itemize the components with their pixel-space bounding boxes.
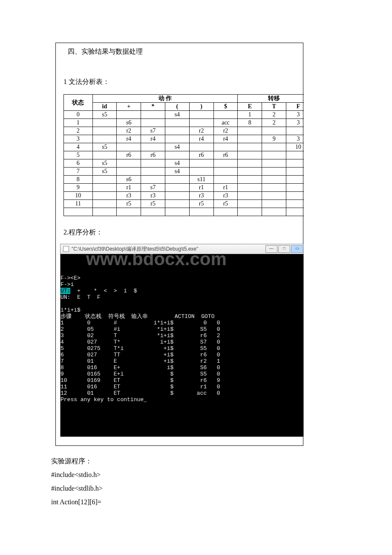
table-row: 8s6s11 (64, 176, 304, 184)
action-cell: r5 (189, 200, 213, 208)
goto-cell (238, 168, 262, 176)
action-cell (165, 135, 189, 143)
table-row: 9r1s7r1r1 (64, 184, 304, 192)
table-row: 4s5s410 (64, 143, 304, 151)
state-cell: 8 (64, 176, 93, 184)
analysis-table-wrapper: 状态 动 作 转移 id + * ( ) $ E T F 0s5s41231s6… (63, 94, 304, 216)
action-cell: r3 (189, 192, 213, 200)
source-line-2: #include<stdlib.h> (51, 482, 341, 495)
subtitle-program-analysis: 2.程序分析： (63, 228, 299, 237)
goto-cell: 2 (262, 111, 286, 119)
state-cell: 1 (64, 119, 93, 127)
goto-cell (238, 127, 262, 135)
action-cell: r4 (117, 135, 141, 143)
action-cell: r5 (117, 200, 141, 208)
goto-cell (262, 176, 286, 184)
action-cell (117, 143, 141, 151)
console-step-row: 8 016 E+ i$ S6 0 (61, 364, 302, 371)
action-cell: r1 (117, 184, 141, 192)
goto-cell: 3 (286, 135, 304, 143)
action-cell: r2 (213, 127, 238, 135)
analysis-table: 状态 动 作 转移 id + * ( ) $ E T F 0s5s41231s6… (63, 94, 304, 216)
action-cell (141, 159, 165, 168)
goto-cell (262, 143, 286, 151)
console-body: www.bdocx.com F-><E>F->iUT: + * < > i $U… (61, 254, 303, 436)
action-cell (213, 111, 238, 119)
action-cell: s5 (92, 111, 117, 119)
console-step-row: 1 0 # i*i+i$ 0 0 (61, 320, 302, 326)
console-step-row: 4 027 T* i+i$ S7 0 (61, 339, 302, 345)
action-cell: r4 (189, 135, 213, 143)
col-E: E (238, 103, 262, 111)
goto-cell: 3 (286, 119, 304, 127)
action-cell (92, 127, 117, 135)
action-cell: acc (213, 119, 238, 127)
action-cell: r2 (117, 127, 141, 135)
maximize-button[interactable]: □ (278, 245, 290, 253)
minimize-button[interactable]: — (265, 245, 277, 253)
goto-cell (286, 168, 304, 176)
console-step-row: 6 027 TT +i$ r6 0 (61, 352, 302, 358)
action-cell: s5 (92, 143, 117, 151)
action-cell (141, 111, 165, 119)
goto-cell (262, 127, 286, 135)
table-row: 2r2s7r2r2 (64, 127, 304, 135)
action-cell (141, 176, 165, 184)
action-cell (117, 168, 141, 176)
action-cell: r4 (213, 135, 238, 143)
goto-cell: 3 (286, 111, 304, 119)
press-any-key: Press any key to continue_ (61, 396, 302, 403)
goto-cell (286, 127, 304, 135)
console-step-row: 5 0275 T*i +i$ S5 0 (61, 345, 302, 352)
action-cell: r6 (189, 151, 213, 159)
action-cell (92, 176, 117, 184)
console-step-row: 7 01 E +i$ r2 1 (61, 358, 302, 364)
console-step-row: 9 0165 E+i $ S5 0 (61, 371, 302, 377)
goto-cell: 9 (262, 135, 286, 143)
action-cell: s11 (189, 176, 213, 184)
goto-cell: 8 (238, 119, 262, 127)
goto-cell: 10 (286, 143, 304, 151)
action-cell (141, 119, 165, 127)
goto-cell (262, 192, 286, 200)
action-cell (92, 184, 117, 192)
action-cell (92, 135, 117, 143)
col-F: F (286, 103, 304, 111)
goto-cell (238, 143, 262, 151)
action-cell: s7 (141, 184, 165, 192)
goto-cell (286, 151, 304, 159)
action-cell: r3 (213, 192, 238, 200)
table-row: 6s5s4 (64, 159, 304, 168)
highlight-text: UT: (61, 288, 70, 294)
action-cell (165, 176, 189, 184)
state-cell: 2 (64, 127, 93, 135)
goto-cell: 1 (238, 111, 262, 119)
action-cell (213, 159, 238, 168)
action-cell: r5 (213, 200, 238, 208)
action-cell (189, 111, 213, 119)
state-cell: 9 (64, 184, 93, 192)
console-line: F->i (61, 281, 302, 288)
action-cell (165, 192, 189, 200)
action-cell (165, 119, 189, 127)
state-cell: 6 (64, 159, 93, 168)
action-cell (165, 184, 189, 192)
close-button[interactable]: ▭ (291, 245, 303, 253)
console-window: "C:\Users\cf39\Desktop\编译原理\test5\t5\Deb… (60, 244, 304, 437)
table-row-empty (64, 208, 304, 216)
source-title: 实验源程序： (51, 454, 341, 468)
console-title: "C:\Users\cf39\Desktop\编译原理\test5\t5\Deb… (72, 246, 265, 253)
header-state: 状态 (64, 95, 93, 111)
action-cell: s7 (141, 127, 165, 135)
table-row: 11r5r5r5r5 (64, 200, 304, 208)
action-cell: r1 (213, 184, 238, 192)
header-sub-row: id + * ( ) $ E T F (64, 103, 304, 111)
console-line (61, 301, 302, 307)
action-cell: r6 (117, 151, 141, 159)
action-cell (92, 151, 117, 159)
action-cell (213, 143, 238, 151)
console-titlebar: "C:\Users\cf39\Desktop\编译原理\test5\t5\Deb… (61, 244, 303, 254)
window-buttons: — □ ▭ (265, 245, 303, 253)
action-cell: s4 (165, 143, 189, 151)
action-cell (189, 168, 213, 176)
